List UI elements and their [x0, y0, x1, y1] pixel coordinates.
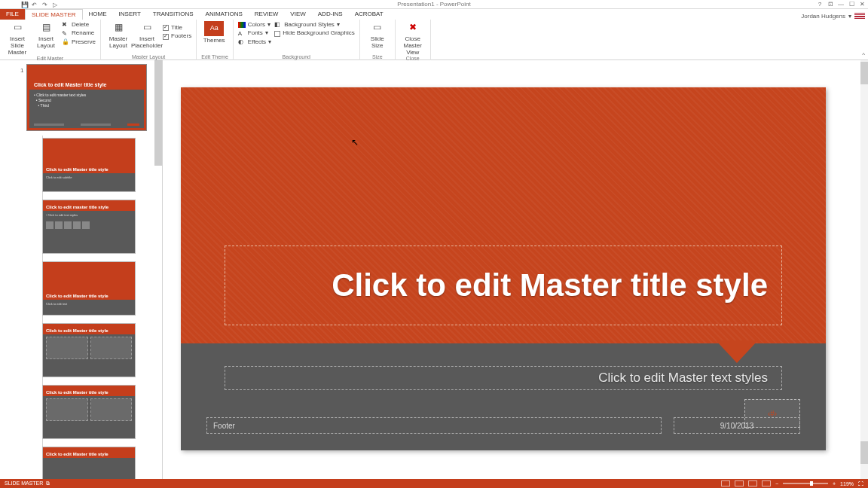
canvas-vscrollbar[interactable] — [860, 60, 868, 479]
master-layout-button[interactable]: ▦Master Layout — [105, 21, 131, 50]
collapse-ribbon-icon[interactable]: ^ — [862, 51, 865, 58]
layout-thumb-two-content[interactable]: Click to edit Master title style — [42, 323, 136, 377]
slide-size-icon: ▭ — [371, 21, 384, 35]
status-bar: SLIDE MASTER ⧉ − + 119% ⛶ — [0, 479, 868, 488]
tab-home[interactable]: HOME — [83, 9, 113, 20]
close-master-icon: ✖ — [406, 21, 420, 35]
rename-icon: ✎ — [62, 30, 69, 38]
rename-button[interactable]: ✎Rename — [62, 29, 96, 37]
group-edit-theme: Edit Theme — [201, 54, 228, 60]
title-placeholder[interactable]: Click to edit Master title style — [225, 246, 782, 325]
tab-addins[interactable]: ADD-INS — [312, 9, 349, 20]
delete-button[interactable]: ✖Delete — [62, 21, 96, 29]
delete-icon: ✖ — [62, 21, 69, 29]
preserve-icon: 🔒 — [62, 38, 69, 46]
insert-layout-button[interactable]: ▤Insert Layout — [33, 21, 59, 50]
tab-transitions[interactable]: TRANSITIONS — [147, 9, 200, 20]
tab-file[interactable]: FILE — [0, 9, 25, 20]
preserve-button[interactable]: 🔒Preserve — [62, 38, 96, 46]
bg-styles-icon: ◧ — [274, 21, 282, 29]
hide-bg-checkbox[interactable]: Hide Background Graphics — [274, 29, 355, 37]
master-layout-icon: ▦ — [112, 21, 125, 35]
checkbox-icon — [274, 31, 280, 37]
save-icon[interactable]: 💾 — [21, 2, 29, 8]
sorter-view-button[interactable] — [735, 480, 744, 486]
zoom-in-button[interactable]: + — [833, 481, 836, 486]
background-styles-button[interactable]: ◧Background Styles▾ — [274, 21, 355, 29]
layout-thumb-title-slide[interactable]: Click to edit Master title style Click t… — [42, 138, 136, 192]
tab-animations[interactable]: ANIMATIONS — [200, 9, 249, 20]
thumb-scrollbar[interactable] — [154, 60, 162, 166]
layout-thumb-title-content[interactable]: Click to edit master title style • Click… — [42, 200, 136, 254]
colors-button[interactable]: Colors▾ — [238, 21, 271, 29]
tab-view[interactable]: VIEW — [284, 9, 311, 20]
effects-icon: ◐ — [238, 38, 246, 46]
user-account[interactable]: Jordan Hudgens▾ — [801, 13, 865, 20]
workspace: 1 Click to edit Master title style • Cli… — [0, 60, 868, 479]
redo-icon[interactable]: ↷ — [42, 2, 50, 8]
checkbox-icon — [163, 25, 169, 31]
subtitle-placeholder-text: Click to edit Master text styles — [598, 371, 768, 386]
zoom-slider[interactable] — [783, 483, 828, 484]
zoom-out-button[interactable]: − — [775, 481, 778, 486]
layout-thumb-title-only[interactable]: Click to edit Master title style — [42, 447, 136, 479]
vscroll-thumb-bottom[interactable] — [860, 441, 868, 464]
window-title: Presentation1 - PowerPoint — [397, 1, 470, 8]
insert-slide-master-button[interactable]: ▭Insert Slide Master — [5, 21, 30, 56]
layout-icon: ▤ — [39, 21, 53, 35]
layout-thumb-section-header[interactable]: Click to edit Master title style Click t… — [42, 261, 136, 316]
zoom-level[interactable]: 119% — [840, 481, 854, 486]
colors-icon — [238, 22, 246, 28]
tab-slide-master[interactable]: SLIDE MASTER — [25, 9, 83, 20]
minimize-icon[interactable]: — — [836, 1, 845, 8]
title-bar: 💾 ↶ ↷ ▷ Presentation1 - PowerPoint ? ⊡ —… — [0, 0, 868, 9]
layout-thumb-comparison[interactable]: Click to edit Master title style — [42, 385, 136, 439]
close-icon[interactable]: ✕ — [857, 1, 866, 8]
undo-icon[interactable]: ↶ — [32, 2, 39, 8]
footer-placeholder[interactable]: Footer — [206, 417, 662, 434]
ribbon-options-icon[interactable]: ⊡ — [826, 1, 835, 8]
insert-placeholder-button[interactable]: ▭Insert Placeholder — [134, 21, 160, 50]
fit-to-window-button[interactable]: ⛶ — [858, 481, 863, 486]
reading-view-button[interactable] — [748, 480, 757, 486]
ribbon-tabs: FILE SLIDE MASTER HOME INSERT TRANSITION… — [0, 9, 868, 20]
group-background: Background — [238, 54, 355, 60]
slide-canvas-area: Click to edit Master title style Click t… — [163, 60, 868, 479]
slideshow-view-button[interactable] — [762, 480, 771, 486]
tab-insert[interactable]: INSERT — [113, 9, 147, 20]
slide-master-icon: ▭ — [11, 21, 24, 35]
user-name: Jordan Hudgens — [801, 13, 845, 20]
tab-review[interactable]: REVIEW — [249, 9, 285, 20]
date-placeholder[interactable]: 9/10/2013 — [674, 417, 800, 434]
vscroll-thumb-top[interactable] — [860, 62, 868, 84]
fonts-icon: A — [238, 30, 246, 38]
fonts-button[interactable]: AFonts▾ — [238, 29, 271, 37]
user-avatar-icon — [854, 13, 865, 20]
maximize-icon[interactable]: ☐ — [847, 1, 856, 8]
normal-view-button[interactable] — [721, 480, 730, 486]
start-show-icon[interactable]: ▷ — [53, 2, 60, 8]
placeholder-icon: ▭ — [140, 21, 154, 35]
arrow-notch-decoration — [716, 340, 758, 363]
checkbox-icon — [163, 34, 169, 40]
group-size: Size — [365, 54, 390, 60]
subtitle-placeholder[interactable]: Click to edit Master text styles — [225, 366, 782, 390]
title-placeholder-text: Click to edit Master title style — [332, 267, 768, 303]
effects-button[interactable]: ◐Effects▾ — [238, 38, 271, 46]
group-master-layout: Master Layout — [105, 54, 191, 60]
master-slide-thumb[interactable]: 1 Click to edit Master title style • Cli… — [27, 65, 146, 130]
footers-checkbox[interactable]: Footers — [163, 32, 191, 40]
tab-acrobat[interactable]: ACROBAT — [349, 9, 390, 20]
help-icon[interactable]: ? — [815, 1, 824, 8]
slide-master-canvas[interactable]: Click to edit Master title style Click t… — [181, 87, 826, 450]
title-checkbox[interactable]: Title — [163, 24, 191, 32]
thumbnail-pane: 1 Click to edit Master title style • Cli… — [0, 60, 163, 479]
master-number: 1 — [20, 67, 23, 74]
ribbon: ▭Insert Slide Master ▤Insert Layout ✖Del… — [0, 20, 868, 60]
slide-size-button[interactable]: ▭Slide Size — [365, 21, 390, 50]
themes-icon: Aa — [204, 21, 224, 36]
title-band: Click to edit Master title style — [181, 87, 826, 343]
status-mode: SLIDE MASTER ⧉ — [5, 480, 50, 486]
close-master-view-button[interactable]: ✖Close Master View — [400, 21, 426, 56]
themes-button[interactable]: AaThemes — [201, 21, 227, 44]
